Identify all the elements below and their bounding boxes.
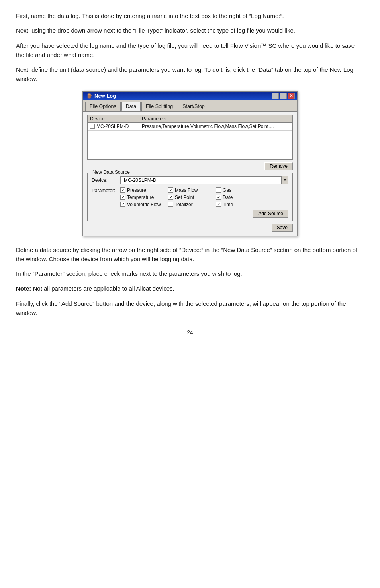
section-legend: New Data Source [91, 169, 131, 175]
window-title: New Log [94, 93, 116, 99]
label-temperature: Temperature [127, 195, 154, 200]
window-titlebar: 🪵 New Log _ □ ✕ [83, 92, 297, 100]
device-select-wrapper[interactable]: MC-20SLPM-D ▼ [120, 176, 288, 184]
device-select[interactable]: MC-20SLPM-D [120, 176, 288, 184]
paragraph-1: First, name the data log. This is done b… [16, 11, 364, 20]
column-device-header: Device [88, 115, 139, 122]
tab-bar: File Options Data File Splitting Start/S… [83, 100, 297, 112]
window-icon: 🪵 [86, 93, 92, 99]
paragraph-2: Next, using the drop down arrow next to … [16, 26, 364, 35]
row-device: MC-20SLPM-D [96, 124, 129, 129]
paragraph-3: After you have selected the log name and… [16, 41, 364, 60]
tab-data[interactable]: Data [121, 102, 141, 111]
label-time: Time [223, 202, 233, 207]
checkbox-temperature[interactable] [120, 195, 125, 200]
remove-button[interactable]: Remove [264, 162, 293, 170]
checkbox-date[interactable] [216, 195, 221, 200]
tab-file-options[interactable]: File Options [85, 102, 121, 111]
param-totalizer: Totalizer [168, 202, 216, 207]
note-text: Not all parameters are applicable to all… [31, 285, 174, 292]
save-row: Save [87, 224, 293, 232]
label-pressure: Pressure [127, 187, 146, 193]
checkbox-gas[interactable] [216, 187, 221, 193]
checkbox-set-point[interactable] [168, 195, 173, 200]
tab-file-splitting[interactable]: File Splitting [141, 102, 177, 111]
new-data-source-section: New Data Source Device: MC-20SLPM-D ▼ Pa… [87, 173, 293, 221]
checkbox-volumetric-flow[interactable] [120, 202, 125, 207]
table-empty-row [88, 145, 292, 152]
page-number: 24 [16, 329, 364, 336]
paragraph-7: In the “Parameter” section, place check … [16, 269, 364, 278]
param-time: Time [216, 202, 248, 207]
data-table: Device Parameters MC-20SLPM-D Pressure,T… [87, 115, 293, 160]
device-row: Device: MC-20SLPM-D ▼ [92, 176, 288, 184]
row-checkbox[interactable] [90, 124, 95, 129]
add-source-row: Add Source [92, 210, 288, 218]
note-bold: Note: [16, 285, 31, 292]
param-mass-flow: Mass Flow [168, 187, 216, 193]
parameter-grid: Pressure Mass Flow Gas Temperature [120, 187, 288, 207]
param-date: Date [216, 195, 248, 200]
save-button[interactable]: Save [272, 224, 293, 232]
close-button[interactable]: ✕ [288, 93, 295, 99]
new-log-window: 🪵 New Log _ □ ✕ File Options Data File S… [82, 91, 298, 236]
label-volumetric-flow: Volumetric Flow [127, 202, 161, 207]
maximize-button[interactable]: □ [280, 93, 287, 99]
add-source-button[interactable]: Add Source [253, 210, 288, 218]
remove-button-row: Remove [87, 162, 293, 170]
label-totalizer: Totalizer [175, 202, 193, 207]
table-empty-row [88, 152, 292, 159]
param-gas: Gas [216, 187, 248, 193]
checkbox-totalizer[interactable] [168, 202, 173, 207]
checkbox-mass-flow[interactable] [168, 187, 173, 193]
param-pressure: Pressure [120, 187, 168, 193]
param-temperature: Temperature [120, 195, 168, 200]
paragraph-6: Define a data source by clicking the arr… [16, 245, 364, 264]
label-mass-flow: Mass Flow [175, 187, 198, 193]
window-controls: _ □ ✕ [272, 93, 295, 99]
paragraph-note: Note: Not all parameters are applicable … [16, 284, 364, 293]
table-header: Device Parameters [88, 115, 292, 123]
row-params: Pressure,Temperature,Volumetric Flow,Mas… [139, 123, 292, 130]
checkbox-time[interactable] [216, 202, 221, 207]
label-gas: Gas [223, 187, 231, 193]
paragraph-4: Next, define the unit (data source) and … [16, 65, 364, 84]
checkbox-pressure[interactable] [120, 187, 125, 193]
label-date: Date [223, 195, 233, 200]
param-volumetric-flow: Volumetric Flow [120, 202, 168, 207]
minimize-button[interactable]: _ [272, 93, 279, 99]
window-body: Device Parameters MC-20SLPM-D Pressure,T… [83, 112, 297, 236]
column-params-header: Parameters [139, 115, 292, 122]
label-set-point: Set Point [175, 195, 194, 200]
table-empty-row [88, 138, 292, 145]
tab-start-stop[interactable]: Start/Stop [178, 102, 209, 111]
param-set-point: Set Point [168, 195, 216, 200]
parameter-label: Parameter: [92, 188, 120, 193]
table-empty-row [88, 131, 292, 138]
table-row: MC-20SLPM-D Pressure,Temperature,Volumet… [88, 123, 292, 131]
parameter-row: Parameter: Pressure Mass Flow Gas [92, 187, 288, 207]
paragraph-8: Finally, click the “Add Source” button a… [16, 299, 364, 318]
device-label: Device: [92, 177, 120, 183]
